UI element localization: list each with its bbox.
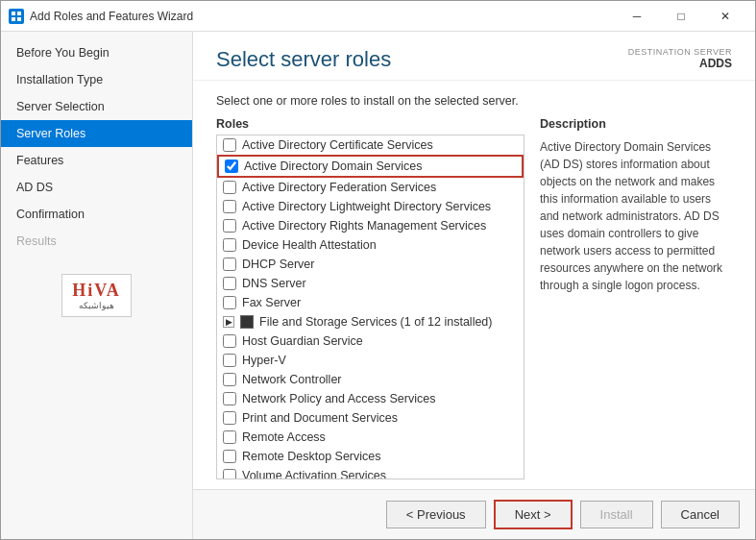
roles-header: Roles <box>216 117 524 131</box>
expander-icon[interactable]: ▶ <box>223 316 234 328</box>
cancel-button[interactable]: Cancel <box>661 501 740 528</box>
roles-panel: Roles Active Directory Certificate Servi… <box>216 117 524 479</box>
window-title: Add Roles and Features Wizard <box>30 10 615 23</box>
previous-button[interactable]: < Previous <box>386 501 486 528</box>
role-item-remote-access[interactable]: Remote Access <box>217 428 524 447</box>
sidebar-item-confirmation[interactable]: Confirmation <box>1 201 192 228</box>
role-checkbox-network-controller[interactable] <box>223 373 236 386</box>
role-label-host-guardian: Host Guardian Service <box>242 334 363 348</box>
role-label-volume-activation: Volume Activation Services <box>242 469 386 479</box>
role-label-network-controller: Network Controller <box>242 373 342 386</box>
svg-rect-0 <box>12 12 15 15</box>
role-item-remote-desktop[interactable]: Remote Desktop Services <box>217 447 524 466</box>
role-checkbox-fax[interactable] <box>223 296 236 309</box>
role-checkbox-volume-activation[interactable] <box>223 469 236 479</box>
next-button[interactable]: Next > <box>494 500 573 529</box>
role-checkbox-network-policy[interactable] <box>223 392 236 405</box>
page-header: Select server roles DESTINATION SERVER A… <box>193 32 755 81</box>
role-label-dns: DNS Server <box>242 277 306 290</box>
minimize-button[interactable]: ─ <box>615 1 659 32</box>
role-checkbox-ad-lw[interactable] <box>223 200 236 213</box>
description-text: Active Directory Domain Services (AD DS)… <box>540 138 732 294</box>
content-body: Select one or more roles to install on t… <box>193 81 755 489</box>
role-label-network-policy: Network Policy and Access Services <box>242 392 435 405</box>
role-item-ad-cert[interactable]: Active Directory Certificate Services <box>217 135 524 155</box>
page-header-left: Select server roles <box>216 47 391 72</box>
role-label-dhcp: DHCP Server <box>242 258 314 271</box>
role-label-print-doc: Print and Document Services <box>242 411 398 425</box>
logo-sub-text: هیواشبکه <box>79 301 114 310</box>
sidebar: Before You Begin Installation Type Serve… <box>1 32 193 539</box>
role-item-print-doc[interactable]: Print and Document Services <box>217 408 524 428</box>
sidebar-item-before-you-begin[interactable]: Before You Begin <box>1 39 192 66</box>
maximize-button[interactable]: □ <box>659 1 703 32</box>
role-item-ad-rights[interactable]: Active Directory Rights Management Servi… <box>217 216 524 235</box>
role-label-ad-rights: Active Directory Rights Management Servi… <box>242 219 486 233</box>
role-label-fax: Fax Server <box>242 296 301 309</box>
role-checkbox-ad-cert[interactable] <box>223 138 236 152</box>
sidebar-item-features[interactable]: Features <box>1 147 192 174</box>
role-item-file-storage[interactable]: ▶ File and Storage Services (1 of 12 ins… <box>217 312 524 331</box>
role-label-file-storage: File and Storage Services (1 of 12 insta… <box>259 315 493 329</box>
role-item-network-controller[interactable]: Network Controller <box>217 370 524 389</box>
role-item-dns[interactable]: DNS Server <box>217 274 524 293</box>
footer: < Previous Next > Install Cancel <box>193 489 755 539</box>
window-controls: ─ □ ✕ <box>615 1 747 32</box>
role-checkbox-host-guardian[interactable] <box>223 334 236 348</box>
role-label-ad-lw: Active Directory Lightweight Directory S… <box>242 200 491 213</box>
description-header: Description <box>540 117 732 131</box>
instruction-text: Select one or more roles to install on t… <box>216 94 732 108</box>
titlebar: Add Roles and Features Wizard ─ □ ✕ <box>1 1 755 32</box>
role-item-dhcp[interactable]: DHCP Server <box>217 255 524 274</box>
role-item-ad-fed[interactable]: Active Directory Federation Services <box>217 178 524 197</box>
role-item-device-health[interactable]: Device Health Attestation <box>217 235 524 255</box>
logo-main-text: HiVA <box>72 281 121 301</box>
role-checkbox-file-storage[interactable] <box>240 315 254 329</box>
role-checkbox-remote-access[interactable] <box>223 430 236 444</box>
destination-label: DESTINATION SERVER <box>628 47 732 57</box>
svg-rect-3 <box>17 17 21 21</box>
role-label-remote-desktop: Remote Desktop Services <box>242 450 381 463</box>
role-item-ad-ds[interactable]: Active Directory Domain Services <box>217 155 524 178</box>
role-checkbox-dns[interactable] <box>223 277 236 290</box>
panels: Roles Active Directory Certificate Servi… <box>216 117 732 479</box>
destination-server: DESTINATION SERVER ADDS <box>628 47 732 70</box>
role-checkbox-dhcp[interactable] <box>223 258 236 271</box>
main-window: Add Roles and Features Wizard ─ □ ✕ Befo… <box>0 0 756 540</box>
roles-list: Active Directory Certificate Services Ac… <box>217 135 524 479</box>
role-item-hyper-v[interactable]: Hyper-V <box>217 351 524 370</box>
role-checkbox-ad-ds[interactable] <box>225 160 238 173</box>
role-item-host-guardian[interactable]: Host Guardian Service <box>217 331 524 351</box>
role-checkbox-remote-desktop[interactable] <box>223 450 236 463</box>
roles-list-container[interactable]: Active Directory Certificate Services Ac… <box>216 135 524 479</box>
role-checkbox-ad-rights[interactable] <box>223 219 236 233</box>
role-checkbox-device-health[interactable] <box>223 238 236 252</box>
main-layout: Before You Begin Installation Type Serve… <box>1 32 755 539</box>
sidebar-item-server-selection[interactable]: Server Selection <box>1 93 192 120</box>
role-item-network-policy[interactable]: Network Policy and Access Services <box>217 389 524 408</box>
role-label-device-health: Device Health Attestation <box>242 238 377 252</box>
main-content: Select server roles DESTINATION SERVER A… <box>193 32 755 539</box>
page-title: Select server roles <box>216 47 391 72</box>
description-panel: Description Active Directory Domain Serv… <box>540 117 732 479</box>
role-item-volume-activation[interactable]: Volume Activation Services <box>217 466 524 479</box>
role-label-ad-ds: Active Directory Domain Services <box>244 160 422 173</box>
app-icon <box>9 9 24 24</box>
sidebar-item-results: Results <box>1 228 192 255</box>
sidebar-item-ad-ds[interactable]: AD DS <box>1 174 192 201</box>
role-checkbox-hyper-v[interactable] <box>223 354 236 367</box>
role-label-hyper-v: Hyper-V <box>242 354 286 367</box>
svg-rect-1 <box>17 12 21 15</box>
role-checkbox-print-doc[interactable] <box>223 411 236 425</box>
close-button[interactable]: ✕ <box>703 1 747 32</box>
role-checkbox-ad-fed[interactable] <box>223 181 236 194</box>
role-item-ad-lw[interactable]: Active Directory Lightweight Directory S… <box>217 197 524 216</box>
role-label-remote-access: Remote Access <box>242 430 326 444</box>
sidebar-item-installation-type[interactable]: Installation Type <box>1 66 192 93</box>
install-button[interactable]: Install <box>580 501 653 528</box>
svg-rect-2 <box>12 17 15 21</box>
role-item-fax[interactable]: Fax Server <box>217 293 524 312</box>
sidebar-item-server-roles[interactable]: Server Roles <box>1 120 192 147</box>
role-label-ad-fed: Active Directory Federation Services <box>242 181 436 194</box>
company-logo: HiVA هیواشبکه <box>1 274 192 317</box>
